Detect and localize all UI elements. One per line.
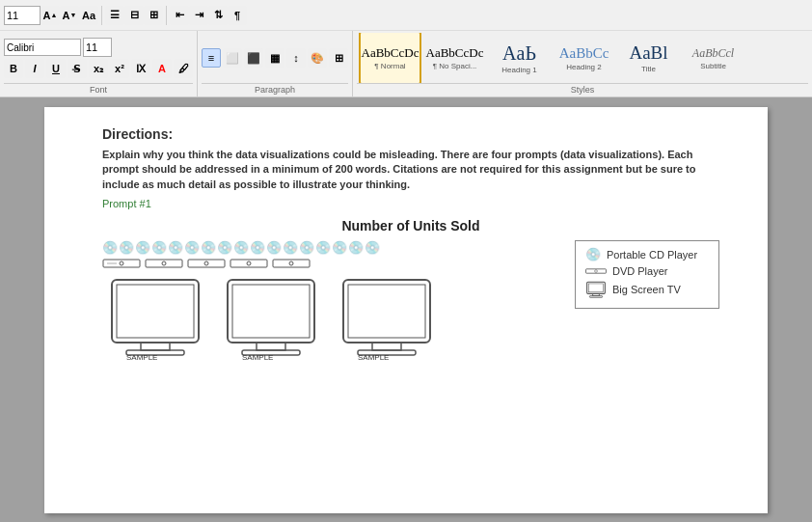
para-icons: ≡ ⬜ ⬛ ▦ ↕ 🎨 ⊞ — [202, 48, 348, 68]
style-title-preview: AaBl — [629, 42, 667, 64]
font-color-button[interactable]: A — [152, 59, 172, 78]
dvd-icon-4 — [230, 258, 268, 269]
tv-row: SAMPLE SAMPLE — [102, 275, 555, 362]
style-no-spacing-preview: AaBbCcDc — [426, 45, 484, 61]
style-subtitle-label: Subtitle — [700, 62, 726, 70]
svg-point-4 — [162, 261, 166, 265]
svg-text:SAMPLE: SAMPLE — [126, 353, 157, 362]
align-center-button[interactable]: ⬜ — [223, 48, 242, 68]
directions-heading: Directions: — [102, 126, 719, 142]
svg-point-6 — [204, 261, 208, 265]
tv-icon-1: SAMPLE — [102, 275, 208, 362]
paragraph-section-content: ≡ ⬜ ⬛ ▦ ↕ 🎨 ⊞ — [202, 33, 348, 83]
cd-icon-13: 💿 — [299, 240, 314, 255]
cd-player-row: 💿 💿 💿 💿 💿 💿 💿 💿 💿 💿 💿 💿 💿 💿 — [102, 240, 555, 255]
strikethrough-button[interactable]: S̶ — [68, 59, 87, 78]
style-heading1[interactable]: AaЬ Heading 1 — [488, 33, 551, 83]
cd-icon-11: 💿 — [266, 240, 282, 255]
dvd-icon-5 — [272, 258, 311, 269]
ribbon: A▲ A▼ Aa ☰ ⊟ ⊞ ⇤ ⇥ ⇅ ¶ B I — [0, 0, 812, 97]
style-title[interactable]: AaBl Title — [617, 33, 680, 83]
style-no-spacing-label: ¶ No Spaci... — [433, 62, 477, 70]
list-multi-button[interactable]: ⊞ — [144, 6, 163, 25]
shading-button[interactable]: 🎨 — [308, 48, 327, 68]
increase-indent-button[interactable]: ⇥ — [189, 6, 208, 25]
cd-icon-2: 💿 — [119, 240, 134, 255]
svg-rect-13 — [141, 343, 170, 350]
cd-icon-1: 💿 — [102, 240, 118, 255]
legend-item-tv: Big Screen TV — [585, 281, 709, 298]
font-name-input[interactable] — [4, 39, 81, 56]
align-left-button[interactable]: ≡ — [202, 48, 221, 68]
styles-section-label: Styles — [357, 83, 808, 95]
line-spacing-button[interactable]: ↕ — [286, 48, 306, 68]
highlight-button[interactable]: 🖊 — [174, 59, 193, 78]
legend-dvd-icon — [585, 265, 607, 277]
style-heading2[interactable]: AaBbCc Heading 2 — [553, 33, 615, 83]
decrease-font-button[interactable]: A▼ — [60, 6, 79, 25]
underline-button[interactable]: U — [46, 59, 66, 78]
italic-button[interactable]: I — [25, 59, 44, 78]
borders-button[interactable]: ⊞ — [329, 48, 348, 68]
legend-cd-label: Portable CD Player — [607, 249, 697, 261]
document-body: Explain why you think the data visualiza… — [102, 148, 719, 362]
legend-tv-label: Big Screen TV — [612, 284, 681, 295]
svg-rect-3 — [146, 260, 182, 267]
svg-rect-12 — [117, 285, 194, 338]
superscript-button[interactable]: x² — [110, 59, 129, 78]
ribbon-top: A▲ A▼ Aa ☰ ⊟ ⊞ ⇤ ⇥ ⇅ ¶ — [0, 0, 812, 31]
font-section: B I U S̶ x₂ x² Ⅸ A 🖊 Font — [0, 31, 198, 96]
svg-rect-29 — [588, 284, 603, 292]
dvd-icon-1 — [102, 258, 141, 269]
style-normal[interactable]: AaBbCcDc ¶ Normal — [359, 33, 421, 83]
cd-icon-4: 💿 — [151, 240, 167, 255]
list-number-button[interactable]: ⊟ — [124, 6, 144, 25]
styles-content: AaBbCcDc ¶ Normal AaBbCcDc ¶ No Spaci...… — [357, 33, 808, 83]
cd-icon-5: 💿 — [168, 240, 183, 255]
sep2 — [166, 6, 167, 25]
change-case-button[interactable]: Aa — [79, 6, 98, 25]
svg-rect-7 — [230, 260, 267, 267]
legend-item-cd: 💿 Portable CD Player — [585, 247, 709, 261]
decrease-indent-button[interactable]: ⇤ — [170, 6, 189, 25]
clear-format-button[interactable]: Ⅸ — [131, 59, 150, 78]
svg-point-8 — [247, 261, 251, 265]
justify-button[interactable]: ▦ — [265, 48, 284, 68]
font-controls: B I U S̶ x₂ x² Ⅸ A 🖊 — [4, 38, 193, 78]
para-row1: ≡ ⬜ ⬛ ▦ ↕ 🎨 ⊞ — [202, 48, 348, 68]
dvd-icon-2 — [145, 258, 183, 269]
font-size-input[interactable] — [4, 6, 41, 25]
cd-icon-16: 💿 — [348, 240, 364, 255]
style-heading1-preview: AaЬ — [502, 42, 536, 65]
document-area: Directions: Explain why you think the da… — [0, 97, 812, 522]
font-size-input2[interactable] — [83, 38, 112, 57]
legend-cd-icon: 💿 — [585, 247, 601, 261]
svg-point-10 — [289, 261, 293, 265]
font-section-label: Font — [4, 83, 193, 95]
svg-rect-5 — [188, 260, 225, 267]
paragraph-section-label: Paragraph — [202, 83, 348, 95]
ribbon-main: B I U S̶ x₂ x² Ⅸ A 🖊 Font — [0, 31, 812, 96]
subscript-button[interactable]: x₂ — [89, 59, 108, 78]
cd-icon-14: 💿 — [315, 240, 331, 255]
chart-title: Number of Units Sold — [102, 217, 719, 236]
align-right-button[interactable]: ⬛ — [244, 48, 263, 68]
paragraph-section: ≡ ⬜ ⬛ ▦ ↕ 🎨 ⊞ Paragraph — [198, 31, 353, 96]
font-format-row: B I U S̶ x₂ x² Ⅸ A 🖊 — [4, 59, 193, 78]
bold-button[interactable]: B — [4, 59, 23, 78]
style-no-spacing[interactable]: AaBbCcDc ¶ No Spaci... — [423, 33, 486, 83]
dvd-icon-3 — [187, 258, 226, 269]
directions-text-bold: Explain why you think the data visualiza… — [102, 149, 695, 190]
svg-rect-31 — [589, 296, 602, 298]
increase-font-button[interactable]: A▲ — [41, 6, 60, 25]
svg-text:SAMPLE: SAMPLE — [242, 353, 273, 362]
dvd-player-row — [102, 258, 555, 269]
style-subtitle[interactable]: AaBbCcl Subtitle — [682, 33, 744, 83]
svg-rect-23 — [372, 343, 401, 350]
cd-icon-15: 💿 — [332, 240, 347, 255]
sort-button[interactable]: ⇅ — [208, 6, 228, 25]
cd-icon-9: 💿 — [233, 240, 249, 255]
legend-item-dvd: DVD Player — [585, 265, 709, 277]
show-marks-button[interactable]: ¶ — [228, 6, 247, 25]
list-bullet-button[interactable]: ☰ — [105, 6, 124, 25]
